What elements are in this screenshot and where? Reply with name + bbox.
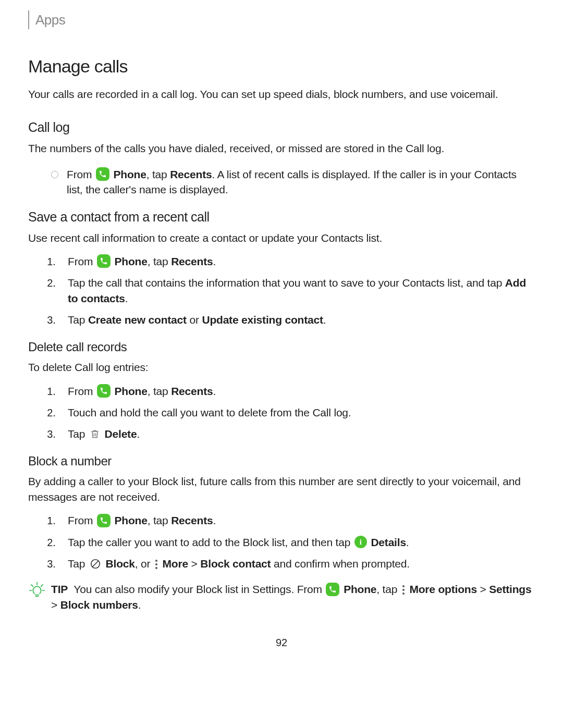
text: Tap xyxy=(68,558,88,570)
text: , tap xyxy=(376,583,400,595)
text: . xyxy=(406,536,409,548)
text: . xyxy=(137,428,140,440)
breadcrumb: Apps xyxy=(28,10,535,29)
list-item: Tap Delete. xyxy=(58,426,535,441)
text: . xyxy=(125,292,128,304)
text: , tap xyxy=(148,255,172,267)
text: and confirm when prompted. xyxy=(271,558,410,570)
phone-icon xyxy=(326,583,339,596)
text: . xyxy=(213,514,216,526)
text: , tap xyxy=(148,385,172,397)
phone-label: Phone xyxy=(114,385,147,397)
list-item: Tap the call that contains the informati… xyxy=(58,275,535,306)
delete-records-desc: To delete Call log entries: xyxy=(28,360,535,375)
list-item: From Phone, tap Recents. A list of recen… xyxy=(51,167,535,198)
svg-line-4 xyxy=(41,585,43,586)
list-item: From Phone, tap Recents. xyxy=(58,513,535,528)
text: > xyxy=(51,599,60,611)
tip-label: TIP xyxy=(51,583,68,595)
save-contact-steps: From Phone, tap Recents. Tap the call th… xyxy=(28,254,535,328)
svg-line-3 xyxy=(31,585,33,586)
list-item: From Phone, tap Recents. xyxy=(58,384,535,399)
text: Tap xyxy=(68,428,88,440)
text: From xyxy=(67,168,95,180)
text: Tap xyxy=(68,314,88,326)
phone-label: Phone xyxy=(114,255,147,267)
text: Tap the caller you want to add to the Bl… xyxy=(68,536,353,548)
tip-block: TIP You can also modify your Block list … xyxy=(28,582,535,612)
text: , or xyxy=(135,558,153,570)
trash-icon xyxy=(89,428,101,440)
block-icon xyxy=(89,558,102,570)
phone-label: Phone xyxy=(114,514,147,526)
more-icon xyxy=(402,585,405,595)
list-item: Tap Block, or More > Block contact and c… xyxy=(58,556,535,571)
text: . xyxy=(323,314,326,326)
phone-label: Phone xyxy=(113,168,146,180)
list-item: From Phone, tap Recents. xyxy=(58,254,535,269)
text: , tap xyxy=(148,514,172,526)
svg-line-1 xyxy=(92,561,98,566)
text: . xyxy=(213,255,216,267)
text: From xyxy=(68,514,96,526)
text: > xyxy=(477,583,489,595)
text: , tap xyxy=(146,168,170,180)
text: From xyxy=(68,255,96,267)
settings-label: Settings xyxy=(489,583,531,595)
heading-save-contact: Save a contact from a recent call xyxy=(28,208,535,226)
text: . xyxy=(213,385,216,397)
text: Tap the call that contains the informati… xyxy=(68,277,505,289)
bold-text: Update existing contact xyxy=(202,314,323,326)
call-log-bullet: From Phone, tap Recents. A list of recen… xyxy=(28,167,535,198)
intro-text: Your calls are recorded in a call log. Y… xyxy=(28,87,535,102)
recents-label: Recents xyxy=(171,514,213,526)
text: > xyxy=(188,558,200,570)
list-item: Tap the caller you want to add to the Bl… xyxy=(58,535,535,550)
save-contact-desc: Use recent call information to create a … xyxy=(28,230,535,245)
block-label: Block xyxy=(106,558,135,570)
block-contact-label: Block contact xyxy=(200,558,271,570)
text: . xyxy=(138,599,141,611)
delete-label: Delete xyxy=(105,428,137,440)
recents-label: Recents xyxy=(170,168,212,180)
text: or xyxy=(187,314,202,326)
call-log-desc: The numbers of the calls you have dialed… xyxy=(28,141,535,156)
heading-delete-records: Delete call records xyxy=(28,338,535,356)
list-item: Touch and hold the call you want to dele… xyxy=(58,405,535,420)
phone-icon xyxy=(97,254,111,268)
heading-block-number: Block a number xyxy=(28,452,535,470)
text: You can also modify your Block list in S… xyxy=(74,583,325,595)
phone-label: Phone xyxy=(344,583,376,595)
phone-icon xyxy=(97,384,111,398)
more-icon xyxy=(155,560,157,569)
phone-icon xyxy=(96,167,109,181)
list-item: Tap Create new contact or Update existin… xyxy=(58,312,535,327)
bold-text: Create new contact xyxy=(88,314,187,326)
recents-label: Recents xyxy=(171,385,213,397)
block-number-desc: By adding a caller to your Block list, f… xyxy=(28,474,535,504)
page-number: 92 xyxy=(28,635,535,650)
block-number-steps: From Phone, tap Recents. Tap the caller … xyxy=(28,513,535,571)
heading-call-log: Call log xyxy=(28,118,535,137)
recents-label: Recents xyxy=(171,255,213,267)
info-icon: i xyxy=(354,536,367,548)
page-title: Manage calls xyxy=(28,54,535,79)
more-label: More xyxy=(163,558,188,570)
more-options-label: More options xyxy=(409,583,476,595)
delete-records-steps: From Phone, tap Recents. Touch and hold … xyxy=(28,384,535,442)
lightbulb-icon xyxy=(28,582,46,599)
text: From xyxy=(68,385,96,397)
phone-icon xyxy=(97,514,111,527)
details-label: Details xyxy=(371,536,406,548)
block-numbers-label: Block numbers xyxy=(60,599,138,611)
